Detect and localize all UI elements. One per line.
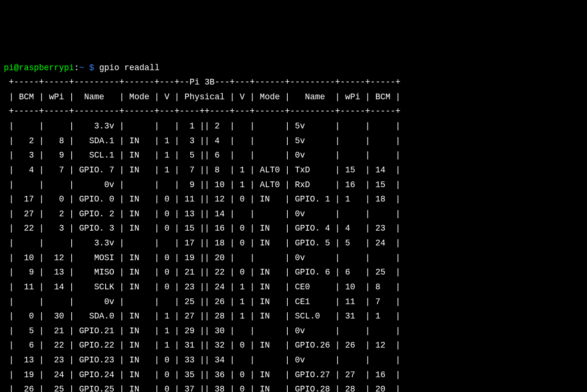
- gpio-row: | 10 | 12 | MOSI | IN | 0 | 19 || 20 | |…: [4, 253, 401, 263]
- gpio-row: | 3 | 9 | SCL.1 | IN | 1 | 5 || 6 | | | …: [4, 150, 401, 160]
- gpio-row: | 13 | 23 | GPIO.23 | IN | 0 | 33 || 34 …: [4, 355, 401, 365]
- gpio-row: | 22 | 3 | GPIO. 3 | IN | 0 | 15 || 16 |…: [4, 223, 401, 233]
- gpio-row: | 5 | 21 | GPIO.21 | IN | 1 | 29 || 30 |…: [4, 326, 401, 336]
- gpio-row: | 9 | 13 | MISO | IN | 0 | 21 || 22 | 0 …: [4, 267, 401, 277]
- gpio-row: | 27 | 2 | GPIO. 2 | IN | 0 | 13 || 14 |…: [4, 209, 401, 219]
- gpio-row: | 4 | 7 | GPIO. 7 | IN | 1 | 7 || 8 | 1 …: [4, 165, 401, 175]
- gpio-row: | | | 0v | | | 9 || 10 | 1 | ALT0 | RxD …: [4, 180, 401, 190]
- gpio-row: | 11 | 14 | SCLK | IN | 0 | 23 || 24 | 1…: [4, 282, 401, 292]
- gpio-row: | | | 3.3v | | | 1 || 2 | | | 5v | | |: [4, 121, 401, 131]
- gpio-row: | 17 | 0 | GPIO. 0 | IN | 0 | 11 || 12 |…: [4, 194, 401, 204]
- gpio-row: | 26 | 25 | GPIO.25 | IN | 0 | 37 || 38 …: [4, 384, 401, 392]
- gpio-row: | 19 | 24 | GPIO.24 | IN | 0 | 35 || 36 …: [4, 370, 401, 380]
- gpio-row: | 2 | 8 | SDA.1 | IN | 1 | 3 || 4 | | | …: [4, 136, 401, 146]
- gpio-row: | 0 | 30 | SDA.0 | IN | 1 | 27 || 28 | 1…: [4, 311, 401, 321]
- terminal-output: pi@raspberrypi:~ $ gpio readall +-----+-…: [4, 61, 583, 392]
- gpio-row: | 6 | 22 | GPIO.22 | IN | 1 | 31 || 32 |…: [4, 340, 401, 350]
- gpio-row: | | | 0v | | | 25 || 26 | 1 | IN | CE1 |…: [4, 297, 401, 307]
- command-text: gpio readall: [99, 63, 160, 73]
- gpio-row: | | | 3.3v | | | 17 || 18 | 0 | IN | GPI…: [4, 238, 401, 248]
